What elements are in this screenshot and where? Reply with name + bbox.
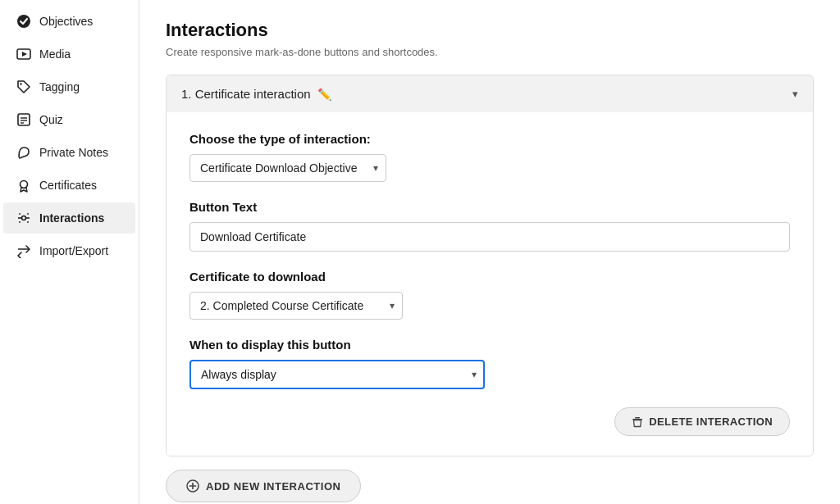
- type-field-group: Choose the type of interaction: Certific…: [189, 132, 790, 182]
- delete-button-label: DELETE INTERACTION: [649, 415, 773, 428]
- sidebar-item-label: Interactions: [39, 211, 104, 225]
- import-export-icon: [16, 243, 31, 258]
- svg-point-0: [17, 15, 30, 28]
- sidebar-item-objectives[interactable]: Objectives: [3, 6, 135, 37]
- sidebar-item-tagging[interactable]: Tagging: [3, 71, 135, 102]
- svg-rect-19: [635, 417, 640, 418]
- certificates-icon: [16, 178, 31, 193]
- sidebar-item-label: Certificates: [39, 179, 97, 192]
- cert-select[interactable]: 2. Completed Course Certificate 1. Basic…: [189, 292, 403, 320]
- delete-interaction-button[interactable]: DELETE INTERACTION: [614, 407, 790, 436]
- sidebar-item-label: Media: [39, 48, 71, 61]
- cert-field-label: Certificate to download: [189, 270, 790, 284]
- sidebar-item-label: Objectives: [39, 15, 93, 28]
- add-new-interaction-button[interactable]: ADD NEW INTERACTION: [166, 470, 361, 502]
- quiz-icon: [16, 112, 31, 127]
- display-field-label: When to display this button: [189, 338, 790, 352]
- sidebar-item-certificates[interactable]: Certificates: [3, 170, 135, 201]
- interaction-header[interactable]: 1. Certificate interaction ✏️ ▾: [167, 75, 813, 112]
- sidebar-item-private-notes[interactable]: Private Notes: [3, 137, 135, 168]
- sidebar-item-interactions[interactable]: Interactions: [3, 202, 135, 234]
- display-select[interactable]: Always display After course completion A…: [189, 360, 485, 389]
- button-text-input[interactable]: [189, 222, 790, 252]
- cert-field-group: Certificate to download 2. Completed Cou…: [189, 270, 790, 320]
- footer-row: DELETE INTERACTION: [189, 407, 790, 436]
- button-text-field-group: Button Text: [189, 200, 790, 252]
- add-button-label: ADD NEW INTERACTION: [206, 480, 340, 493]
- svg-point-3: [20, 83, 21, 84]
- checkmark-circle-icon: [16, 14, 31, 29]
- interaction-card: 1. Certificate interaction ✏️ ▾ Choose t…: [166, 75, 814, 456]
- interactions-icon: [16, 211, 31, 225]
- svg-marker-2: [22, 52, 27, 57]
- interaction-header-left: 1. Certificate interaction ✏️: [181, 87, 331, 101]
- display-select-wrapper: Always display After course completion A…: [189, 360, 485, 389]
- sidebar-item-media[interactable]: Media: [3, 39, 135, 70]
- svg-rect-4: [18, 114, 30, 125]
- private-notes-icon: [16, 145, 31, 160]
- type-select-wrapper: Certificate Download Objective Mark as D…: [189, 154, 386, 182]
- edit-icon[interactable]: ✏️: [317, 88, 331, 101]
- sidebar-item-label: Quiz: [39, 113, 63, 126]
- sidebar-item-label: Import/Export: [39, 244, 108, 257]
- sidebar-item-quiz[interactable]: Quiz: [3, 104, 135, 135]
- sidebar: Objectives Media Tagging Quiz Private No…: [0, 0, 139, 504]
- page-subtitle: Create responsive mark-as-done buttons a…: [166, 46, 814, 58]
- svg-point-8: [21, 181, 28, 188]
- cert-select-wrapper: 2. Completed Course Certificate 1. Basic…: [189, 292, 403, 320]
- svg-point-11: [22, 216, 26, 220]
- media-icon: [16, 47, 31, 61]
- sidebar-item-label: Tagging: [39, 80, 80, 93]
- trash-icon: [632, 416, 643, 428]
- plus-circle-icon: [186, 479, 199, 493]
- chevron-down-icon[interactable]: ▾: [792, 88, 798, 100]
- sidebar-item-import-export[interactable]: Import/Export: [3, 235, 135, 266]
- main-content: Interactions Create responsive mark-as-d…: [139, 0, 840, 504]
- sidebar-item-label: Private Notes: [39, 146, 108, 159]
- type-select[interactable]: Certificate Download Objective Mark as D…: [189, 154, 386, 182]
- interaction-body: Choose the type of interaction: Certific…: [167, 112, 813, 456]
- type-field-label: Choose the type of interaction:: [189, 132, 790, 146]
- page-title: Interactions: [166, 20, 814, 41]
- interaction-title: 1. Certificate interaction: [181, 87, 311, 101]
- button-text-label: Button Text: [189, 200, 790, 214]
- tag-icon: [16, 79, 31, 94]
- display-field-group: When to display this button Always displ…: [189, 338, 790, 389]
